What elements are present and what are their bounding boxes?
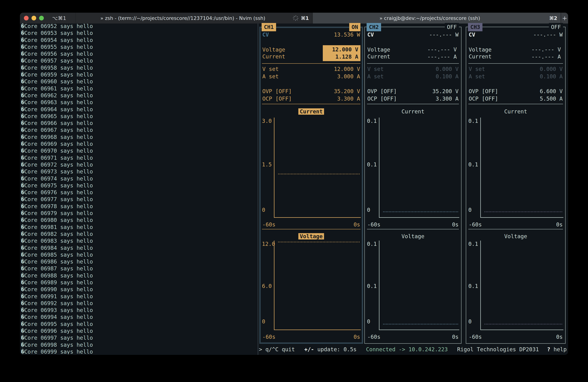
x-axis-labels: -60s0s xyxy=(367,221,459,228)
pane-separator[interactable] xyxy=(258,23,258,355)
terminal-line: �Core 06969 says hello xyxy=(21,141,256,147)
terminal-line: �Core 06957 says hello xyxy=(21,57,256,64)
x-axis-labels: -60s0s xyxy=(262,221,360,228)
divider xyxy=(262,229,360,229)
terminal-line: �Core 06974 says hello xyxy=(21,175,256,182)
power-readout: 13.536 W xyxy=(334,31,360,38)
x-axis-labels: -60s0s xyxy=(469,333,563,341)
vset-label: V set xyxy=(367,66,384,72)
terminal-line: �Core 06958 says hello xyxy=(21,64,256,71)
current-label: Current xyxy=(367,53,390,60)
terminal-line: �Core 06977 says hello xyxy=(21,196,256,203)
y-tick: 0 xyxy=(367,318,370,325)
y-tick: 1.5 xyxy=(262,161,272,168)
ocp-toggle[interactable]: OCP [OFF] xyxy=(367,96,397,102)
y-tick: 0.1 xyxy=(468,117,478,124)
terminal-line: �Core 06970 says hello xyxy=(21,147,256,154)
terminal-line: �Core 06987 says hello xyxy=(21,265,256,272)
y-tick: 0 xyxy=(468,318,472,325)
y-tick: 3.0 xyxy=(262,117,272,124)
current-readout: ---.--- A xyxy=(421,53,457,60)
ovp-value: 6.600 V xyxy=(540,88,563,95)
vset-value[interactable]: 12.000 V xyxy=(334,65,360,73)
terminal-line: �Core 06988 says hello xyxy=(21,272,256,279)
divider xyxy=(468,104,563,104)
channel-state-badge[interactable]: OFF xyxy=(445,23,459,31)
voltage-chart: 0.1 0.1 0 xyxy=(365,241,461,330)
tab-2[interactable]: » craigjb@dev:~/projects/corescore (ssh)… xyxy=(313,13,561,23)
readout-box: 12.000 V 1.128 A xyxy=(323,45,360,61)
ovp-toggle[interactable]: OVP [OFF] xyxy=(469,88,498,95)
voltage-chart-title: Voltage xyxy=(504,233,527,239)
divider xyxy=(367,63,459,64)
terminal-line: �Core 06954 says hello xyxy=(21,37,256,44)
ovp-toggle[interactable]: OVP [OFF] xyxy=(262,88,292,95)
terminal-line: �Core 06990 says hello xyxy=(21,286,256,293)
tab-2-shortcut: ⌘2 xyxy=(549,15,557,21)
plot-area xyxy=(379,117,459,218)
ocp-toggle[interactable]: OCP [OFF] xyxy=(262,96,292,102)
connection-status: Connected -> 10.0.242.223 xyxy=(366,345,448,354)
terminal-line: �Core 06978 says hello xyxy=(21,203,256,210)
terminal-line: �Core 06960 says hello xyxy=(21,78,256,85)
terminal-line: �Core 06983 says hello xyxy=(21,237,256,244)
ocp-toggle[interactable]: OCP [OFF] xyxy=(469,96,498,102)
current-readout: ---.--- A xyxy=(525,53,561,60)
channel-badge: CH2 xyxy=(367,23,381,31)
channel-state-badge[interactable]: OFF xyxy=(549,23,563,31)
terminal-line: �Core 06993 says hello xyxy=(21,307,256,314)
divider xyxy=(468,63,563,64)
channel-panel-ch1: CH1 ON CV13.536 W Voltage Current 12.000… xyxy=(259,27,363,344)
divider xyxy=(468,229,563,229)
window-shortcut: ⌥⌘1 xyxy=(52,15,66,21)
voltage-chart-title: Voltage xyxy=(298,233,324,239)
terminal-line: �Core 06961 says hello xyxy=(21,85,256,92)
channel-panel-ch2: CH2 OFF CV---.--- W Voltage Current ---.… xyxy=(364,27,462,344)
y-tick: 6.0 xyxy=(262,283,272,289)
aset-value[interactable]: 3.000 A xyxy=(337,73,360,80)
voltage-chart: 12.0 6.0 0 xyxy=(260,241,363,330)
terminal-line: �Core 06965 says hello xyxy=(21,113,256,120)
y-tick: 0.1 xyxy=(367,241,377,248)
voltage-readout: ---.--- V xyxy=(525,46,561,53)
current-chart-title: Current xyxy=(504,108,527,115)
terminal-line: �Core 06956 says hello xyxy=(21,50,256,57)
terminal-line: �Core 06968 says hello xyxy=(21,134,256,141)
data-trace xyxy=(278,174,360,174)
tab-1[interactable]: » zsh - (term://~/projects/corescore//12… xyxy=(76,13,313,23)
y-tick: 0 xyxy=(367,207,370,213)
y-tick: 0.1 xyxy=(367,283,377,289)
current-chart: 0.1 0.1 0 xyxy=(365,117,461,218)
current-chart-title: Current xyxy=(401,108,424,115)
terminal-line: �Core 06998 says hello xyxy=(21,342,256,348)
aset-value[interactable]: 0.100 A xyxy=(540,73,563,80)
terminal-line: �Core 06980 says hello xyxy=(21,217,256,224)
y-tick: 12.0 xyxy=(262,241,275,248)
terminal-line: �Core 06973 says hello xyxy=(21,168,256,175)
aset-label: A set xyxy=(469,73,485,79)
minimize-button[interactable] xyxy=(32,16,36,20)
terminal-line: �Core 06991 says hello xyxy=(21,293,256,300)
readout-box: ---.--- V ---.--- A xyxy=(525,45,563,61)
channel-panel-ch3: CH3 OFF CV---.--- W Voltage Current ---.… xyxy=(466,27,566,344)
ovp-toggle[interactable]: OVP [OFF] xyxy=(367,88,397,95)
vset-value[interactable]: 0.000 V xyxy=(540,65,563,73)
power-readout: ---.--- W xyxy=(429,31,459,38)
help-hint: ? help xyxy=(547,345,567,354)
titlebar: ⌥⌘1 » zsh - (term://~/projects/corescore… xyxy=(20,13,568,23)
close-button[interactable] xyxy=(24,16,29,20)
zoom-button[interactable] xyxy=(39,16,44,20)
terminal-line: �Core 06979 says hello xyxy=(21,210,256,217)
aset-value[interactable]: 0.100 A xyxy=(436,73,459,80)
terminal-line: �Core 06984 says hello xyxy=(21,245,256,251)
channel-state-badge[interactable]: ON xyxy=(349,23,360,31)
power-readout: ---.--- W xyxy=(533,31,563,38)
terminal-line: �Core 06963 says hello xyxy=(21,99,256,106)
status-bar: > q/^C quit +/- update: 0.5s Connected -… xyxy=(259,345,567,354)
terminal-output[interactable]: �Core 06952 says hello�Core 06953 says h… xyxy=(21,23,256,354)
new-tab-button[interactable]: + xyxy=(561,13,568,23)
vset-value[interactable]: 0.000 V xyxy=(436,65,459,73)
terminal-line: �Core 06981 says hello xyxy=(21,224,256,231)
y-tick: 0.1 xyxy=(468,283,478,289)
y-tick: 0 xyxy=(262,207,265,213)
